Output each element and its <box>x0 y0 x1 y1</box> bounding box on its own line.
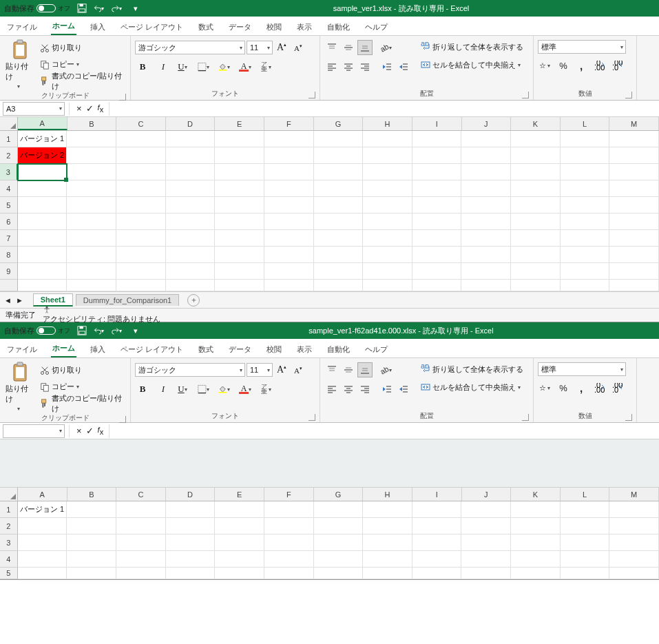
cell-M6[interactable] <box>609 214 659 230</box>
cell-L5[interactable] <box>561 197 610 214</box>
column-header-K[interactable]: K <box>511 488 561 501</box>
cell-C3[interactable] <box>116 164 166 180</box>
column-header-J[interactable]: J <box>462 488 512 501</box>
cancel-formula-button[interactable]: × <box>76 103 82 114</box>
cell-M8[interactable] <box>609 247 659 263</box>
cell-C5[interactable] <box>116 568 166 579</box>
cell-L5[interactable] <box>561 568 610 579</box>
column-header-H[interactable]: H <box>363 488 412 501</box>
qat-customize[interactable]: ▾ <box>129 2 142 14</box>
cell-M7[interactable] <box>609 230 659 247</box>
cell-E2[interactable] <box>215 518 264 534</box>
fill-color-button[interactable]: ▾ <box>218 382 233 397</box>
cell-A10[interactable] <box>18 280 67 291</box>
font-name-select[interactable]: 游ゴシック <box>135 363 245 377</box>
tab-help[interactable]: ヘルプ <box>364 19 389 35</box>
cell-A2[interactable] <box>18 518 67 534</box>
cell-G2[interactable] <box>314 147 364 164</box>
tab-automate[interactable]: 自動化 <box>326 19 351 35</box>
cell-J4[interactable] <box>461 180 511 197</box>
column-header-A[interactable]: A <box>18 117 67 130</box>
cell-J3[interactable] <box>461 164 511 180</box>
cell-E7[interactable] <box>215 230 264 247</box>
cell-A1[interactable]: バージョン 1 <box>18 131 67 147</box>
cell-G3[interactable] <box>314 534 364 551</box>
cut-button[interactable]: 切り取り <box>39 364 126 377</box>
cell-F2[interactable] <box>264 518 314 534</box>
row-header-3[interactable]: 3 <box>0 534 18 551</box>
cell-I3[interactable] <box>412 164 462 180</box>
cell-H5[interactable] <box>363 568 412 579</box>
number-launcher[interactable] <box>625 414 632 421</box>
cell-I8[interactable] <box>412 247 462 263</box>
cell-I2[interactable] <box>412 518 462 534</box>
cell-I10[interactable] <box>412 280 462 291</box>
undo-button[interactable]: ▾ <box>94 324 106 337</box>
cell-B1[interactable] <box>67 501 116 518</box>
cell-K5[interactable] <box>511 197 561 214</box>
cell-I4[interactable] <box>412 551 462 568</box>
cut-button[interactable]: 切り取り <box>39 41 126 55</box>
cell-J2[interactable] <box>461 147 511 164</box>
sheet-nav-next[interactable]: ► <box>16 296 23 304</box>
cell-M5[interactable] <box>609 197 659 214</box>
align-right-button[interactable] <box>357 382 373 397</box>
paste-button[interactable]: 貼り付け▾ <box>4 360 36 413</box>
cell-L1[interactable] <box>561 131 610 147</box>
cell-F5[interactable] <box>264 197 314 214</box>
alignment-launcher[interactable] <box>522 92 529 98</box>
decrease-font-button[interactable]: A▾ <box>291 362 306 377</box>
save-button[interactable] <box>76 324 88 337</box>
italic-button[interactable]: I <box>156 59 171 74</box>
cell-C10[interactable] <box>116 280 166 291</box>
save-button[interactable] <box>76 2 88 14</box>
cell-I1[interactable] <box>412 501 462 518</box>
cell-C8[interactable] <box>116 247 166 263</box>
row-header-4[interactable]: 4 <box>0 551 18 568</box>
cell-A6[interactable] <box>18 214 67 230</box>
cell-F4[interactable] <box>264 180 314 197</box>
tab-home[interactable]: ホーム <box>51 340 76 357</box>
comma-button[interactable]: , <box>574 380 589 395</box>
select-all-corner[interactable] <box>0 488 18 501</box>
format-painter-button[interactable]: 書式のコピー/貼り付け <box>39 74 126 88</box>
column-header-L[interactable]: L <box>561 488 610 501</box>
qat-customize[interactable]: ▾ <box>129 324 142 337</box>
cell-I5[interactable] <box>412 197 462 214</box>
enter-formula-button[interactable]: ✓ <box>86 426 94 436</box>
name-box[interactable] <box>3 424 65 438</box>
row-header-2[interactable]: 2 <box>0 147 18 164</box>
align-bottom-button[interactable] <box>357 362 373 377</box>
cell-M1[interactable] <box>609 131 659 147</box>
number-format-select[interactable]: 標準 <box>538 40 626 54</box>
cell-J1[interactable] <box>461 501 511 518</box>
tab-data[interactable]: データ <box>227 19 253 35</box>
cell-L8[interactable] <box>561 247 610 263</box>
sheet-nav-prev[interactable]: ◄ <box>4 296 12 304</box>
align-left-button[interactable] <box>324 382 339 397</box>
cell-H3[interactable] <box>363 534 412 551</box>
cell-B2[interactable] <box>67 147 116 164</box>
cell-L7[interactable] <box>561 230 610 247</box>
increase-font-button[interactable]: A▴ <box>274 362 289 377</box>
tab-view[interactable]: 表示 <box>295 19 313 35</box>
align-middle-button[interactable] <box>341 40 356 55</box>
cell-J7[interactable] <box>461 230 511 247</box>
tab-data[interactable]: データ <box>227 342 253 357</box>
cell-D5[interactable] <box>166 568 216 579</box>
cell-D9[interactable] <box>166 263 216 280</box>
cell-F8[interactable] <box>264 247 314 263</box>
sheet-tab-Sheet1[interactable]: Sheet1 <box>33 293 73 307</box>
name-box[interactable]: A3 <box>3 102 65 116</box>
cell-C1[interactable] <box>116 131 166 147</box>
font-name-select[interactable]: 游ゴシック <box>135 41 245 54</box>
phonetic-button[interactable]: ア亜▾ <box>259 59 274 74</box>
cell-L2[interactable] <box>561 147 610 164</box>
merge-center-button[interactable]: セルを結合して中央揃え▾ <box>419 58 525 72</box>
cell-H2[interactable] <box>363 518 412 534</box>
column-header-L[interactable]: L <box>561 117 610 130</box>
cell-F5[interactable] <box>264 568 314 579</box>
formula-input[interactable] <box>109 102 659 116</box>
cell-D6[interactable] <box>166 214 216 230</box>
autosave-toggle[interactable]: 自動保存 オフ <box>4 326 70 336</box>
